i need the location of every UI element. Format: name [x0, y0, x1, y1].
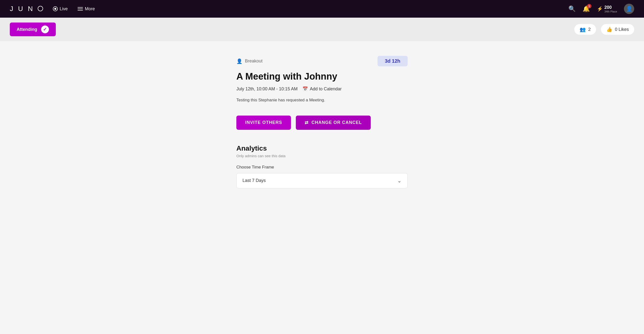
attendees-count: 2 [588, 27, 591, 32]
attendees-pill[interactable]: 👥 2 [574, 24, 596, 35]
points-info: 200 34th Place [604, 5, 617, 13]
change-cancel-label: CHANGE OR CANCEL [312, 120, 362, 125]
notification-wrapper[interactable]: 🔔 1 [582, 6, 590, 12]
event-date: July 12th, 10:00 AM - 10:15 AM [236, 86, 298, 92]
content-card: 👤 Breakout 3d 12h A Meeting with Johnny … [226, 56, 418, 188]
more-label: More [85, 6, 95, 12]
breakout-text: Breakout [245, 59, 262, 64]
action-buttons: INVITE OTHERS ⇄ CHANGE OR CANCEL [236, 116, 408, 130]
logo-text: J U N [10, 5, 43, 13]
notification-badge: 1 [587, 4, 592, 8]
change-or-cancel-button[interactable]: ⇄ CHANGE OR CANCEL [296, 116, 371, 130]
navbar-left: J U N Live More [10, 5, 95, 13]
swap-icon: ⇄ [305, 120, 308, 125]
attending-bar: Attending ✓ 👥 2 👍 0 Likes [0, 18, 644, 41]
attending-label: Attending [17, 27, 37, 32]
logo-o [38, 6, 43, 11]
attending-button[interactable]: Attending ✓ [10, 23, 56, 36]
logo: J U N [10, 5, 43, 13]
invite-others-button[interactable]: INVITE OTHERS [236, 116, 291, 130]
navbar: J U N Live More 🔍 🔔 1 ⚡ 200 34th Place 👤 [0, 0, 644, 18]
event-description: Testing this Stephanie has requested a M… [236, 97, 408, 103]
event-header-row: 👤 Breakout 3d 12h [236, 56, 408, 66]
analytics-title: Analytics [236, 144, 408, 152]
live-icon [53, 6, 58, 11]
points-rank: 34th Place [604, 10, 617, 13]
live-link[interactable]: Live [53, 6, 68, 12]
people-icon: 👥 [580, 27, 586, 32]
likes-pill[interactable]: 👍 0 Likes [601, 24, 634, 35]
attending-stats: 👥 2 👍 0 Likes [574, 24, 634, 35]
attending-checkmark: ✓ [41, 26, 49, 33]
analytics-subtitle: Only admins can see this data [236, 154, 408, 158]
search-icon[interactable]: 🔍 [568, 6, 576, 12]
main-content: 👤 Breakout 3d 12h A Meeting with Johnny … [0, 41, 644, 334]
time-remaining-badge: 3d 12h [378, 56, 408, 66]
thumbs-up-icon: 👍 [606, 27, 612, 32]
user-avatar[interactable]: 👤 [624, 4, 634, 14]
more-link[interactable]: More [78, 6, 95, 12]
points-value: 200 [604, 5, 617, 10]
likes-count: 0 Likes [615, 27, 629, 32]
add-calendar-label: Add to Calendar [310, 86, 342, 92]
date-row: July 12th, 10:00 AM - 10:15 AM 📅 Add to … [236, 86, 408, 92]
timeframe-label: Choose Time Frame [236, 165, 408, 170]
live-label: Live [60, 6, 68, 12]
meeting-title: A Meeting with Johnny [236, 71, 408, 82]
chevron-down-icon: ⌄ [397, 178, 402, 184]
breakout-icon: 👤 [236, 58, 242, 64]
analytics-section: Analytics Only admins can see this data … [236, 144, 408, 188]
calendar-icon: 📅 [302, 86, 308, 92]
bolt-icon: ⚡ [597, 6, 603, 12]
add-to-calendar-link[interactable]: 📅 Add to Calendar [302, 86, 342, 92]
navbar-right: 🔍 🔔 1 ⚡ 200 34th Place 👤 [568, 4, 634, 14]
timeframe-dropdown[interactable]: Last 7 Days ⌄ [236, 173, 408, 188]
menu-icon [78, 7, 83, 11]
points-badge: ⚡ 200 34th Place [597, 5, 617, 13]
selected-timeframe: Last 7 Days [242, 178, 266, 183]
breakout-label: 👤 Breakout [236, 58, 262, 64]
